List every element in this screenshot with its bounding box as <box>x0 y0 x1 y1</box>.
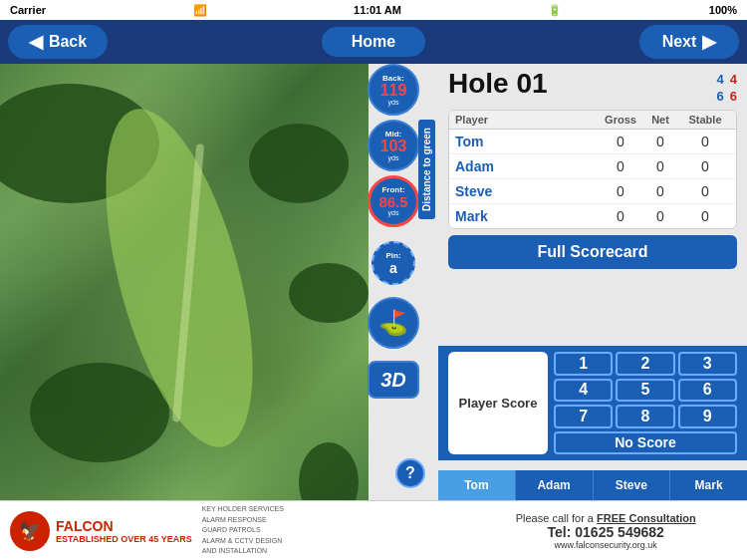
player-tabs: Tom Adam Steve Mark <box>438 470 747 500</box>
golf-flag-icon: ⛳ <box>378 309 408 337</box>
table-row[interactable]: Mark 0 0 0 <box>449 204 736 228</box>
tab-steve[interactable]: Steve <box>594 470 671 500</box>
stat-row-2: 6 6 <box>717 89 737 104</box>
time-display: 11:01 AM <box>354 4 401 16</box>
pin-label: Pin: <box>385 251 400 260</box>
front-value: 86.5 <box>378 194 407 209</box>
three-d-label: 3D <box>380 369 406 392</box>
three-d-button[interactable]: 3D <box>368 361 419 399</box>
next-label: Next <box>662 33 697 51</box>
mid-unit: yds <box>388 154 399 161</box>
score-stable-tom: 0 <box>680 134 730 149</box>
back-unit: yds <box>388 99 399 106</box>
pin-value: a <box>389 260 397 276</box>
score-net-adam: 0 <box>640 158 680 174</box>
service-4: ALARM & CCTV DESIGN <box>202 536 465 547</box>
player-score-label: Player Score <box>448 352 548 454</box>
golf-flag-button[interactable]: ⛳ <box>368 297 419 349</box>
falcon-security: ESTABLISHED OVER 45 YEARS <box>56 534 192 544</box>
back-arrow-icon: ◀ <box>29 31 43 53</box>
score-gross-tom: 0 <box>601 134 640 149</box>
carrier-label: Carrier <box>10 4 46 16</box>
key-5[interactable]: 5 <box>616 379 674 403</box>
advertisement-bar: 🦅 FALCON ESTABLISHED OVER 45 YEARS KEY H… <box>0 500 747 560</box>
ad-services: KEY HOLDER SERVICES ALARM RESPONSE GUARD… <box>202 504 465 557</box>
tab-tom[interactable]: Tom <box>438 470 516 500</box>
table-row[interactable]: Tom 0 0 0 <box>449 130 736 154</box>
keypad-area: Player Score 1 2 3 4 5 6 7 8 9 No Score <box>438 346 747 460</box>
ad-phone: Tel: 01625 549682 <box>474 524 737 540</box>
score-stable-steve: 0 <box>680 183 730 199</box>
tab-mark[interactable]: Mark <box>670 470 747 500</box>
key-7[interactable]: 7 <box>554 405 613 428</box>
key-2[interactable]: 2 <box>616 352 674 376</box>
tab-adam[interactable]: Adam <box>516 470 594 500</box>
score-stable-mark: 0 <box>680 208 730 224</box>
next-arrow-icon: ▶ <box>702 31 716 53</box>
help-button[interactable]: ? <box>395 458 425 488</box>
distance-to-green-label: Distance to green <box>418 120 435 219</box>
free-consultation: FREE Consultation <box>597 512 696 524</box>
player-name-steve: Steve <box>455 183 601 199</box>
player-name-adam: Adam <box>455 158 601 174</box>
home-button[interactable]: Home <box>322 27 425 57</box>
hole-title: Hole 01 <box>448 68 548 100</box>
full-scorecard-button[interactable]: Full Scorecard <box>448 235 737 269</box>
key-8[interactable]: 8 <box>616 405 674 428</box>
distance-sidebar: Back: 119 yds Mid: 103 yds Front: 86.5 y… <box>364 64 423 399</box>
score-gross-steve: 0 <box>601 183 640 199</box>
hole-header: Hole 01 4 4 6 6 <box>438 64 747 108</box>
back-button[interactable]: ◀ Back <box>8 25 108 59</box>
player-name-mark: Mark <box>455 208 601 224</box>
stat-blue-1: 4 <box>717 72 724 87</box>
keypad-grid: 1 2 3 4 5 6 7 8 9 No Score <box>554 352 737 454</box>
falcon-logo: 🦅 FALCON ESTABLISHED OVER 45 YEARS <box>10 511 192 551</box>
table-row[interactable]: Steve 0 0 0 <box>449 179 736 204</box>
back-label: Back <box>49 33 87 51</box>
col-net: Net <box>640 114 680 126</box>
hole-stats: 4 4 6 6 <box>717 68 737 104</box>
score-table-header: Player Gross Net Stable <box>449 111 736 130</box>
ad-website: www.falconsecurity.org.uk <box>474 540 737 550</box>
key-9[interactable]: 9 <box>678 405 737 428</box>
key-1[interactable]: 1 <box>554 352 613 376</box>
key-3[interactable]: 3 <box>678 352 737 376</box>
stat-row-1: 4 4 <box>717 72 737 87</box>
back-value: 119 <box>380 83 407 99</box>
front-unit: yds <box>388 209 399 216</box>
player-name-tom: Tom <box>455 134 601 149</box>
key-4[interactable]: 4 <box>554 379 613 403</box>
stat-blue-2: 6 <box>717 89 724 104</box>
call-text: Please call for a <box>516 512 594 524</box>
ad-contact: Please call for a FREE Consultation Tel:… <box>474 512 737 550</box>
table-row[interactable]: Adam 0 0 0 <box>449 154 736 179</box>
navigation-bar: ◀ Back Home Next ▶ <box>0 20 747 64</box>
falcon-text: FALCON ESTABLISHED OVER 45 YEARS <box>56 518 192 544</box>
stat-red-1: 4 <box>730 72 737 87</box>
back-distance: Back: 119 yds <box>368 64 419 116</box>
col-player: Player <box>455 114 601 126</box>
score-table: Player Gross Net Stable Tom 0 0 0 Adam 0… <box>448 110 737 229</box>
score-net-steve: 0 <box>640 183 680 199</box>
mid-value: 103 <box>380 139 407 154</box>
falcon-icon: 🦅 <box>10 511 50 551</box>
front-distance: Front: 86.5 yds <box>368 175 419 227</box>
score-gross-mark: 0 <box>601 208 640 224</box>
next-button[interactable]: Next ▶ <box>639 25 739 59</box>
service-3: GUARD PATROLS <box>202 525 465 536</box>
stat-red-2: 6 <box>730 89 737 104</box>
key-6[interactable]: 6 <box>678 379 737 403</box>
score-stable-adam: 0 <box>680 158 730 174</box>
service-5: AND INSTALLATION <box>202 546 465 557</box>
pin-indicator: Pin: a <box>372 241 415 285</box>
course-map <box>0 64 369 502</box>
score-net-tom: 0 <box>640 134 680 149</box>
service-1: KEY HOLDER SERVICES <box>202 504 465 515</box>
service-2: ALARM RESPONSE <box>202 515 465 526</box>
status-bar: Carrier 📶 11:01 AM 🔋 100% <box>0 0 747 20</box>
home-label: Home <box>352 33 395 50</box>
battery-icon: 🔋 <box>548 4 562 17</box>
col-stable: Stable <box>680 114 730 126</box>
wifi-icon: 📶 <box>193 4 207 17</box>
no-score-button[interactable]: No Score <box>554 431 737 455</box>
